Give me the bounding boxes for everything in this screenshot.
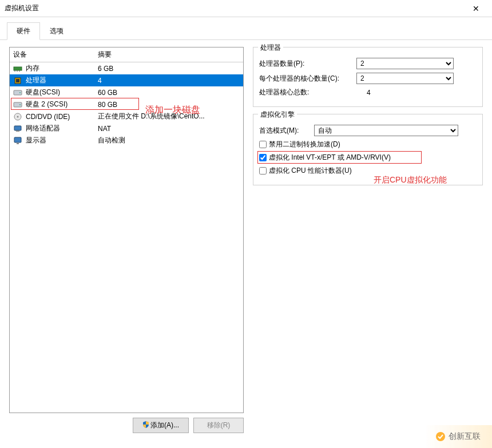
group-title: 虚拟化引擎 [258,110,297,120]
remove-button: 移除(R) [193,418,244,433]
checkbox-cpu-counters[interactable] [259,167,267,175]
svg-rect-3 [19,70,20,72]
device-summary-label: NAT [98,125,240,133]
column-header-summary[interactable]: 摘要 [98,50,240,60]
device-summary-label: 80 GB [98,101,240,109]
value-proc-total: 4 [356,89,477,97]
processor-icon [13,76,22,85]
device-summary-label: 4 [98,77,240,85]
shield-icon [142,421,149,428]
svg-rect-15 [17,143,19,144]
label-virt-mode: 首选模式(M): [259,126,314,136]
select-proc-cores[interactable]: 2 [356,73,454,84]
select-proc-count[interactable]: 2 [356,58,454,69]
svg-rect-12 [14,126,21,130]
device-name-label: 处理器 [26,76,98,85]
select-virt-mode[interactable]: 自动 [314,125,458,136]
device-row-display[interactable]: 显示器 自动检测 [10,134,243,146]
label-proc-total: 处理器核心总数: [259,88,356,97]
svg-point-7 [19,92,21,93]
checkbox-disable-accel[interactable] [259,141,267,148]
checkbox-label: 虚拟化 Intel VT-x/EPT 或 AMD-V/RVI(V) [269,153,391,162]
tab-options[interactable]: 选项 [40,22,73,40]
device-summary-label: 自动检测 [98,136,240,145]
checkbox-intel-amd[interactable] [259,154,267,161]
device-name-label: 显示器 [26,136,98,145]
tabs: 硬件 选项 [0,17,492,40]
device-row-disk1[interactable]: 硬盘(SCSI) 60 GB [10,86,243,98]
label-proc-count: 处理器数量(P): [259,59,356,69]
device-name-label: CD/DVD (IDE) [26,113,98,121]
device-row-processor[interactable]: 处理器 4 [10,74,243,86]
add-button-label: 添加(A)... [150,421,179,429]
virtualization-group: 虚拟化引擎 首选模式(M): 自动 禁用二进制转换加速(D) 虚拟化 Intel… [253,114,483,185]
device-name-label: 硬盘 2 (SCSI) [26,100,98,109]
device-name-label: 网络适配器 [26,124,98,133]
svg-rect-14 [14,137,21,142]
disk-icon [13,88,22,97]
svg-point-11 [17,116,19,117]
svg-rect-2 [17,70,18,72]
device-summary-label: 60 GB [98,89,240,97]
display-icon [13,136,22,145]
svg-rect-5 [16,79,19,82]
device-summary-label: 正在使用文件 D:\系统镜像\CentO... [98,112,240,121]
device-row-cddvd[interactable]: CD/DVD (IDE) 正在使用文件 D:\系统镜像\CentO... [10,110,243,122]
device-name-label: 硬盘(SCSI) [26,88,98,97]
group-title: 处理器 [258,43,283,53]
device-list: 设备 摘要 内存 6 GB 处理器 4 硬盘( [9,47,244,413]
close-icon[interactable]: ✕ [465,0,487,17]
device-summary-label: 6 GB [98,65,240,73]
disk-icon [13,100,22,109]
cd-icon [13,112,22,121]
device-name-label: 内存 [26,64,98,73]
device-row-network[interactable]: 网络适配器 NAT [10,122,243,134]
device-row-memory[interactable]: 内存 6 GB [10,62,243,74]
checkbox-label: 虚拟化 CPU 性能计数器(U) [269,166,352,176]
label-proc-cores: 每个处理器的核心数量(C): [259,74,356,84]
column-header-device[interactable]: 设备 [13,50,98,60]
annotation-text-virt: 开启CPU虚拟化功能 [374,175,447,185]
svg-rect-1 [14,70,15,72]
network-icon [13,124,22,133]
svg-rect-0 [14,67,22,70]
add-button[interactable]: 添加(A)... [133,418,189,433]
memory-icon [13,64,22,73]
window-title: 虚拟机设置 [5,3,465,13]
processor-group: 处理器 处理器数量(P): 2 每个处理器的核心数量(C): 2 处理器核 [253,47,483,107]
device-row-disk2[interactable]: 硬盘 2 (SCSI) 80 GB [10,98,243,110]
tab-hardware[interactable]: 硬件 [7,22,40,40]
svg-rect-13 [16,130,19,132]
svg-point-9 [19,104,21,105]
checkbox-label: 禁用二进制转换加速(D) [269,140,340,149]
